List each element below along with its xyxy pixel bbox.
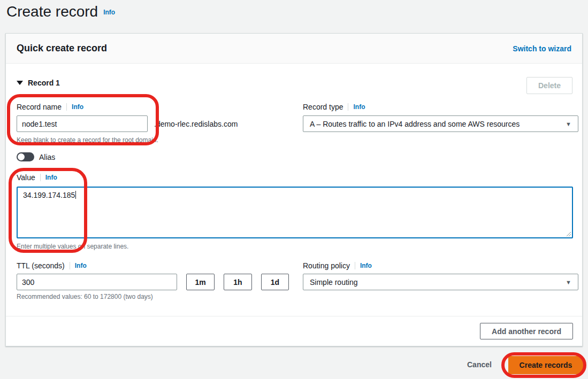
chevron-down-icon: ▼: [566, 279, 571, 285]
record-type-select[interactable]: A – Routes traffic to an IPv4 address an…: [303, 115, 578, 132]
routing-policy-label: Routing policy: [303, 261, 350, 270]
value-info-link[interactable]: Info: [40, 174, 57, 181]
record-name-helper: Keep blank to create a record for the ro…: [17, 136, 158, 144]
record-name-label-row: Record name Info: [17, 103, 83, 111]
create-records-button[interactable]: Create records: [508, 356, 583, 374]
record-type-info-link[interactable]: Info: [348, 103, 365, 111]
cancel-button[interactable]: Cancel: [467, 360, 492, 369]
ttl-label-row: TTL (seconds) Info: [17, 261, 87, 270]
alias-toggle-row: Alias: [17, 152, 55, 161]
card-footer-divider: [6, 316, 582, 316]
value-label-row: Value Info: [17, 173, 57, 182]
value-label: Value: [17, 173, 35, 182]
ttl-1d-button[interactable]: 1d: [261, 274, 289, 290]
add-another-record-button[interactable]: Add another record: [480, 323, 573, 339]
chevron-down-icon: ▼: [566, 121, 571, 127]
routing-policy-label-row: Routing policy Info: [303, 261, 372, 270]
ttl-1m-button[interactable]: 1m: [186, 274, 215, 290]
value-text: 34.199.174.185: [23, 191, 75, 199]
ttl-input[interactable]: [17, 274, 177, 290]
page-title-text: Create record: [6, 3, 98, 20]
alias-toggle[interactable]: [17, 152, 34, 161]
switch-to-wizard-link[interactable]: Switch to wizard: [513, 44, 571, 53]
record-1-header[interactable]: Record 1: [17, 79, 60, 87]
resize-handle-icon[interactable]: [566, 231, 571, 236]
quick-create-record-card: Quick create record Switch to wizard Rec…: [5, 33, 583, 346]
card-header: Quick create record Switch to wizard: [6, 34, 582, 64]
record-1-title: Record 1: [28, 79, 60, 87]
toggle-knob-icon: [18, 153, 25, 160]
card-header-title: Quick create record: [17, 43, 107, 54]
collapse-triangle-icon: [17, 81, 23, 85]
ttl-helper: Recommended values: 60 to 172800 (two da…: [17, 293, 153, 300]
record-name-input[interactable]: [17, 115, 148, 132]
text-cursor: [75, 191, 76, 199]
record-type-label-row: Record type Info: [303, 103, 365, 111]
domain-suffix: .demo-rlec.redislabs.com: [154, 120, 238, 128]
ttl-label: TTL (seconds): [17, 261, 65, 270]
ttl-1h-button[interactable]: 1h: [224, 274, 252, 290]
record-type-selected-value: A – Routes traffic to an IPv4 address an…: [310, 120, 520, 128]
routing-policy-selected-value: Simple routing: [310, 278, 358, 287]
page-title: Create recordInfo: [6, 3, 115, 20]
value-textarea[interactable]: 34.199.174.185: [17, 187, 573, 238]
record-type-label: Record type: [303, 103, 343, 111]
ttl-info-link[interactable]: Info: [70, 262, 87, 269]
routing-policy-select[interactable]: Simple routing ▼: [303, 274, 578, 290]
delete-button[interactable]: Delete: [526, 77, 572, 94]
page-title-info-link[interactable]: Info: [103, 9, 115, 16]
routing-policy-info-link[interactable]: Info: [355, 262, 372, 269]
value-helper: Enter multiple values on separate lines.: [17, 243, 128, 250]
record-name-info-link[interactable]: Info: [66, 103, 83, 111]
alias-label: Alias: [39, 153, 55, 161]
record-name-label: Record name: [17, 103, 62, 111]
